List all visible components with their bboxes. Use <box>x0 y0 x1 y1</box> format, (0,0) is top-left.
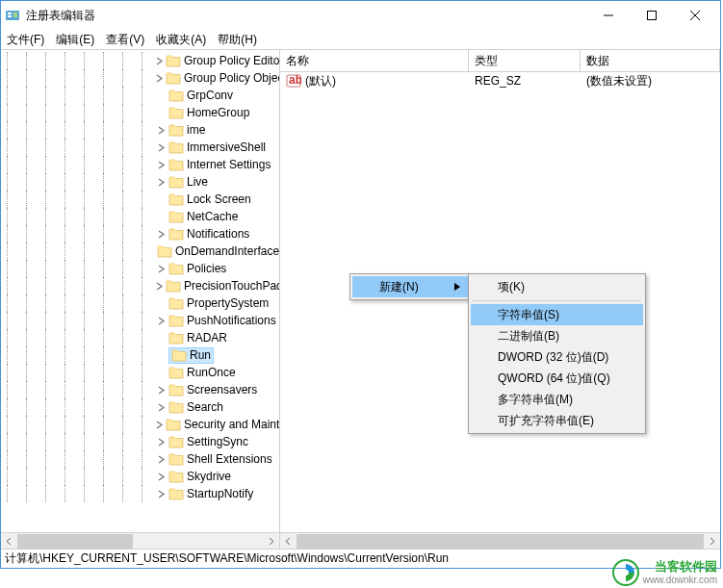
expand-icon[interactable] <box>155 280 164 292</box>
scroll-left-button[interactable] <box>280 533 297 550</box>
submenu-item[interactable]: 多字符串值(M) <box>471 389 643 410</box>
svg-rect-3 <box>13 13 17 17</box>
list-row[interactable]: ab (默认) REG_SZ (数值未设置) <box>280 72 720 89</box>
menu-view[interactable]: 查看(V) <box>106 32 144 48</box>
column-data[interactable]: 数据 <box>581 50 720 71</box>
scroll-thumb[interactable] <box>17 534 133 549</box>
menu-file[interactable]: 文件(F) <box>7 32 44 48</box>
expand-icon[interactable] <box>155 263 167 274</box>
tree-item[interactable]: Lock Screen <box>1 191 279 208</box>
list-body[interactable]: ab (默认) REG_SZ (数值未设置) 新建(N) 项(K)字符串值(S)… <box>280 72 720 532</box>
tree-item[interactable]: Live <box>1 173 279 191</box>
scroll-track[interactable] <box>297 533 704 550</box>
submenu-item[interactable]: 二进制值(B) <box>471 325 643 346</box>
folder-icon <box>166 418 181 431</box>
context-menu: 新建(N) 项(K)字符串值(S)二进制值(B)DWORD (32 位)值(D)… <box>349 273 471 300</box>
value-type: REG_SZ <box>469 74 581 88</box>
submenu-item[interactable]: QWORD (64 位)值(Q) <box>471 368 643 389</box>
tree-item[interactable]: Notifications <box>1 225 279 243</box>
tree-item[interactable]: Policies <box>1 260 279 277</box>
tree-label: GrpConv <box>187 89 233 102</box>
submenu-item[interactable]: DWORD (32 位)值(D) <box>471 346 643 368</box>
close-button[interactable] <box>673 2 716 30</box>
expand-icon[interactable] <box>155 124 167 136</box>
tree-item[interactable]: NetCache <box>1 208 279 225</box>
tree-item[interactable]: Internet Settings <box>1 156 279 173</box>
tree-item[interactable]: PrecisionTouchPad <box>1 277 279 294</box>
menu-favorites[interactable]: 收藏夹(A) <box>156 32 206 48</box>
scroll-left-button[interactable] <box>1 533 17 550</box>
tree-container[interactable]: Group Policy EditorGroup Policy ObjectGr… <box>1 50 279 532</box>
menu-help[interactable]: 帮助(H) <box>218 32 257 48</box>
expand-icon[interactable] <box>155 55 164 66</box>
context-menu-new[interactable]: 新建(N) 项(K)字符串值(S)二进制值(B)DWORD (32 位)值(D)… <box>352 276 468 297</box>
value-data: (数值未设置) <box>581 73 720 89</box>
expand-icon[interactable] <box>155 141 167 153</box>
expand-icon[interactable] <box>155 72 164 84</box>
maximize-button[interactable] <box>630 2 673 30</box>
tree-label: NetCache <box>187 210 238 223</box>
folder-icon <box>168 383 184 396</box>
horizontal-scrollbar-right[interactable] <box>280 532 720 549</box>
tree-item[interactable]: ImmersiveShell <box>1 139 279 156</box>
scroll-right-button[interactable] <box>704 533 720 550</box>
scroll-thumb[interactable] <box>297 534 704 549</box>
app-icon <box>5 8 20 23</box>
tree-item[interactable]: RunOnce <box>1 364 279 381</box>
submenu-item[interactable]: 字符串值(S) <box>471 304 643 325</box>
tree-item[interactable]: Search <box>1 398 279 416</box>
tree-item[interactable]: ime <box>1 121 279 139</box>
expand-icon[interactable] <box>155 159 167 170</box>
menubar: 文件(F) 编辑(E) 查看(V) 收藏夹(A) 帮助(H) <box>1 30 720 50</box>
horizontal-scrollbar[interactable] <box>1 532 279 549</box>
column-name[interactable]: 名称 <box>280 50 469 71</box>
folder-icon <box>168 470 184 483</box>
folder-icon <box>168 452 184 466</box>
submenu-item[interactable]: 项(K) <box>471 276 643 297</box>
scroll-track[interactable] <box>17 533 263 550</box>
string-value-icon: ab <box>286 73 301 89</box>
tree-label: Live <box>187 175 208 189</box>
expand-placeholder <box>155 297 167 309</box>
expand-icon[interactable] <box>155 176 167 188</box>
expand-icon[interactable] <box>155 228 167 240</box>
watermark: 当客软件园 www.downkr.com <box>612 559 717 586</box>
window-title: 注册表编辑器 <box>26 8 586 24</box>
expand-icon[interactable] <box>155 315 167 326</box>
expand-icon[interactable] <box>155 436 167 447</box>
expand-icon[interactable] <box>155 384 167 396</box>
tree-label: Internet Settings <box>187 158 271 171</box>
tree-item[interactable]: OnDemandInterface <box>1 243 279 260</box>
expand-icon[interactable] <box>155 471 167 482</box>
tree-item[interactable]: GrpConv <box>1 87 279 104</box>
tree-item[interactable]: Screensavers <box>1 381 279 398</box>
tree-item[interactable]: Group Policy Editor <box>1 52 279 69</box>
expand-placeholder <box>155 107 167 118</box>
tree-item[interactable]: Run <box>1 346 279 364</box>
tree-item[interactable]: StartupNotify <box>1 485 279 502</box>
tree-item[interactable]: Group Policy Object <box>1 69 279 87</box>
folder-icon <box>166 54 181 67</box>
tree-item[interactable]: PushNotifications <box>1 312 279 329</box>
tree-label: Notifications <box>187 227 249 241</box>
tree-item[interactable]: SettingSync <box>1 433 279 450</box>
expand-icon[interactable] <box>155 401 167 413</box>
scroll-right-button[interactable] <box>263 533 279 550</box>
tree-item[interactable]: PropertySystem <box>1 294 279 312</box>
tree-item[interactable]: Skydrive <box>1 468 279 485</box>
expand-icon[interactable] <box>155 453 167 465</box>
tree-item[interactable]: Shell Extensions <box>1 450 279 468</box>
expand-icon[interactable] <box>155 488 167 499</box>
tree-item[interactable]: Security and Mainte <box>1 416 279 433</box>
tree-label: Lock Screen <box>187 192 251 206</box>
expand-icon[interactable] <box>155 419 164 430</box>
minimize-button[interactable] <box>586 2 630 30</box>
folder-icon <box>166 71 181 85</box>
tree-label: OnDemandInterface <box>175 244 279 258</box>
tree-item[interactable]: RADAR <box>1 329 279 346</box>
column-type[interactable]: 类型 <box>469 50 581 71</box>
expand-placeholder <box>155 349 167 361</box>
submenu-item[interactable]: 可扩充字符串值(E) <box>471 410 643 431</box>
tree-item[interactable]: HomeGroup <box>1 104 279 121</box>
menu-edit[interactable]: 编辑(E) <box>56 32 94 48</box>
